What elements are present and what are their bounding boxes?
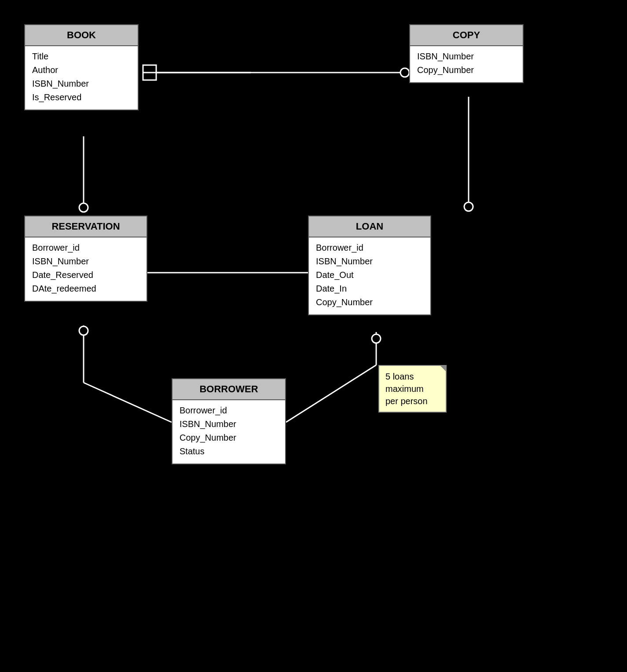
reservation-header: RESERVATION bbox=[25, 216, 147, 237]
borrower-body: Borrower_id ISBN_Number Copy_Number Stat… bbox=[172, 400, 285, 464]
borrower-field-status: Status bbox=[180, 445, 278, 458]
svg-line-12 bbox=[84, 383, 172, 422]
loan-field-copynumber: Copy_Number bbox=[316, 296, 423, 309]
svg-line-15 bbox=[286, 365, 376, 422]
book-field-isreserved: Is_Reserved bbox=[32, 91, 131, 104]
borrower-field-borrowerid: Borrower_id bbox=[180, 404, 278, 417]
reservation-field-isbn: ISBN_Number bbox=[32, 255, 139, 268]
book-header: BOOK bbox=[25, 25, 138, 46]
loan-body: Borrower_id ISBN_Number Date_Out Date_In… bbox=[309, 237, 430, 314]
book-field-isbn: ISBN_Number bbox=[32, 77, 131, 91]
svg-point-11 bbox=[79, 326, 88, 335]
borrower-header: BORROWER bbox=[172, 379, 285, 400]
reservation-field-borrowerid: Borrower_id bbox=[32, 241, 139, 255]
book-field-title: Title bbox=[32, 50, 131, 63]
loan-field-isbn: ISBN_Number bbox=[316, 255, 423, 268]
svg-point-6 bbox=[464, 202, 473, 211]
reservation-field-datereserved: Date_Reserved bbox=[32, 268, 139, 282]
reservation-field-dateredeemed: DAte_redeemed bbox=[32, 282, 139, 296]
loan-field-dateout: Date_Out bbox=[316, 268, 423, 282]
loan-header: LOAN bbox=[309, 216, 430, 237]
copy-field-isbn: ISBN_Number bbox=[417, 50, 516, 63]
reservation-body: Borrower_id ISBN_Number Date_Reserved DA… bbox=[25, 237, 147, 301]
svg-rect-1 bbox=[143, 65, 156, 80]
copy-header: COPY bbox=[410, 25, 523, 46]
note-text: 5 loansmaximumper person bbox=[385, 372, 428, 406]
borrower-entity: BORROWER Borrower_id ISBN_Number Copy_Nu… bbox=[172, 378, 286, 464]
loan-field-datein: Date_In bbox=[316, 282, 423, 296]
loan-entity: LOAN Borrower_id ISBN_Number Date_Out Da… bbox=[308, 215, 431, 315]
book-body: Title Author ISBN_Number Is_Reserved bbox=[25, 46, 138, 110]
copy-field-copynumber: Copy_Number bbox=[417, 63, 516, 77]
borrower-field-copynumber: Copy_Number bbox=[180, 431, 278, 445]
svg-point-4 bbox=[400, 68, 409, 77]
note-loans: 5 loansmaximumper person bbox=[378, 365, 447, 413]
reservation-entity: RESERVATION Borrower_id ISBN_Number Date… bbox=[24, 215, 147, 302]
svg-point-8 bbox=[79, 203, 88, 212]
svg-point-14 bbox=[372, 334, 381, 343]
book-entity: BOOK Title Author ISBN_Number Is_Reserve… bbox=[24, 24, 139, 110]
copy-entity: COPY ISBN_Number Copy_Number bbox=[409, 24, 524, 83]
book-field-author: Author bbox=[32, 63, 131, 77]
loan-field-borrowerid: Borrower_id bbox=[316, 241, 423, 255]
borrower-field-isbn: ISBN_Number bbox=[180, 417, 278, 431]
copy-body: ISBN_Number Copy_Number bbox=[410, 46, 523, 82]
